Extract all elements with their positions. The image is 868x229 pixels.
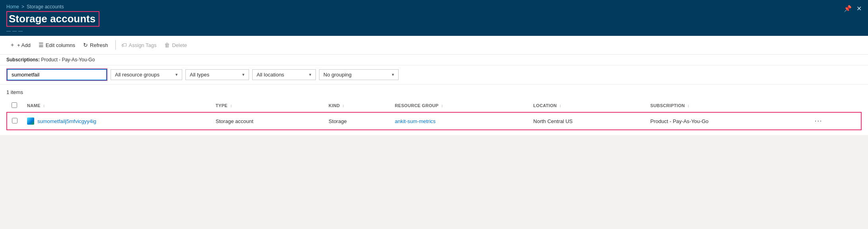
row-actions-cell: ··· bbox=[808, 112, 861, 130]
row-checkbox-cell bbox=[7, 112, 22, 130]
toolbar-divider bbox=[115, 40, 116, 50]
sort-icon: ↕ bbox=[687, 104, 689, 108]
columns-icon: ☰ bbox=[39, 42, 44, 48]
resource-groups-label: All resource groups bbox=[115, 72, 160, 78]
storage-account-name[interactable]: sumometfailj5mfvicgyy4ig bbox=[37, 118, 96, 124]
row-name-cell[interactable]: sumometfailj5mfvicgyy4ig bbox=[22, 112, 211, 130]
chevron-down-icon: ▾ bbox=[392, 72, 394, 77]
storage-accounts-table: NAME ↕ TYPE ↕ KIND ↕ RESOURCE GROUP ↕ LO… bbox=[6, 99, 862, 130]
refresh-button[interactable]: ↻ Refresh bbox=[80, 39, 113, 51]
select-all-checkbox[interactable] bbox=[12, 102, 17, 108]
row-location-cell: North Central US bbox=[529, 112, 646, 130]
add-button[interactable]: ＋ + Add bbox=[6, 39, 35, 51]
location-column-header[interactable]: LOCATION ↕ bbox=[529, 99, 646, 112]
types-label: All types bbox=[190, 72, 209, 78]
sort-icon: ↕ bbox=[230, 104, 232, 108]
breadcrumb-current: Storage accounts bbox=[27, 4, 64, 10]
refresh-icon: ↻ bbox=[83, 42, 88, 48]
locations-label: All locations bbox=[257, 72, 284, 78]
table-row: sumometfailj5mfvicgyy4ig Storage account… bbox=[7, 112, 861, 130]
chevron-down-icon: ▾ bbox=[309, 72, 311, 77]
breadcrumb-separator: > bbox=[21, 4, 24, 10]
toolbar: ＋ + Add ☰ Edit columns ↻ Refresh 🏷 Assig… bbox=[0, 36, 868, 55]
types-dropdown[interactable]: All types ▾ bbox=[185, 69, 249, 80]
delete-button[interactable]: 🗑 Delete bbox=[161, 39, 192, 51]
chevron-down-icon: ▾ bbox=[242, 72, 245, 77]
filter-bar: All resource groups ▾ All types ▾ All lo… bbox=[0, 65, 868, 84]
edit-columns-button[interactable]: ☰ Edit columns bbox=[35, 39, 80, 51]
sort-icon: ↕ bbox=[43, 104, 45, 108]
tag-icon: 🏷 bbox=[121, 42, 127, 48]
pin-button[interactable]: 📌 bbox=[844, 5, 852, 12]
name-column-header[interactable]: NAME ↕ bbox=[22, 99, 211, 112]
breadcrumb: Home > Storage accounts bbox=[6, 0, 862, 11]
kind-column-header[interactable]: KIND ↕ bbox=[324, 99, 390, 112]
grouping-dropdown[interactable]: No grouping ▾ bbox=[319, 69, 399, 80]
page-title: Storage accounts bbox=[6, 11, 99, 27]
table-header-row: NAME ↕ TYPE ↕ KIND ↕ RESOURCE GROUP ↕ LO… bbox=[7, 99, 861, 112]
close-button[interactable]: ✕ bbox=[856, 5, 862, 12]
row-kind-cell: Storage bbox=[324, 112, 390, 130]
add-icon: ＋ bbox=[10, 41, 15, 49]
actions-column-header bbox=[808, 99, 861, 112]
select-all-header bbox=[7, 99, 22, 112]
search-input[interactable] bbox=[7, 69, 107, 80]
page-header: Home > Storage accounts Storage accounts… bbox=[0, 0, 868, 36]
delete-icon: 🗑 bbox=[164, 42, 170, 48]
assign-tags-button[interactable]: 🏷 Assign Tags bbox=[118, 39, 162, 51]
sort-icon: ↕ bbox=[559, 104, 561, 108]
row-subscription-cell: Product - Pay-As-You-Go bbox=[646, 112, 808, 130]
subscription-column-header[interactable]: SUBSCRIPTION ↕ bbox=[646, 99, 808, 112]
sort-icon: ↕ bbox=[343, 104, 344, 108]
storage-account-icon bbox=[27, 117, 34, 125]
item-count: 1 items bbox=[6, 89, 862, 95]
more-options-button[interactable]: ··· bbox=[812, 117, 825, 125]
header-actions: 📌 ✕ bbox=[844, 5, 862, 12]
breadcrumb-home[interactable]: Home bbox=[6, 4, 19, 10]
row-checkbox[interactable] bbox=[12, 118, 18, 123]
subscription-label: Subscriptions: bbox=[6, 57, 40, 63]
resource-groups-dropdown[interactable]: All resource groups ▾ bbox=[111, 69, 182, 80]
page-subtitle: — — — bbox=[6, 28, 99, 33]
sort-icon: ↕ bbox=[441, 104, 443, 108]
subscription-bar: Subscriptions: Product - Pay-As-You-Go bbox=[0, 55, 868, 65]
chevron-down-icon: ▾ bbox=[175, 72, 178, 77]
locations-dropdown[interactable]: All locations ▾ bbox=[252, 69, 316, 80]
subscription-value: Product - Pay-As-You-Go bbox=[41, 57, 95, 63]
row-resource-group-cell[interactable]: ankit-sum-metrics bbox=[390, 112, 529, 130]
grouping-label: No grouping bbox=[323, 72, 352, 78]
resource-group-column-header[interactable]: RESOURCE GROUP ↕ bbox=[390, 99, 529, 112]
search-wrap bbox=[6, 69, 107, 81]
content-area: 1 items NAME ↕ TYPE ↕ KIND ↕ bbox=[0, 84, 868, 135]
row-type-cell: Storage account bbox=[211, 112, 324, 130]
type-column-header[interactable]: TYPE ↕ bbox=[211, 99, 324, 112]
